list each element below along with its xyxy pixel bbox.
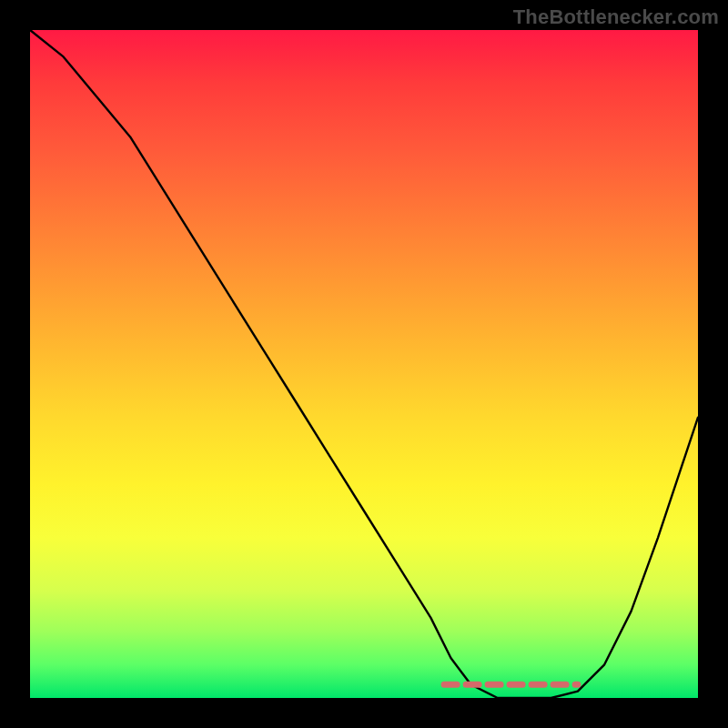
plot-area xyxy=(30,30,698,698)
watermark-text: TheBottlenecker.com xyxy=(513,5,719,29)
chart-frame: TheBottlenecker.com xyxy=(0,0,728,728)
curve-layer xyxy=(30,30,698,698)
bottleneck-curve xyxy=(30,30,698,698)
